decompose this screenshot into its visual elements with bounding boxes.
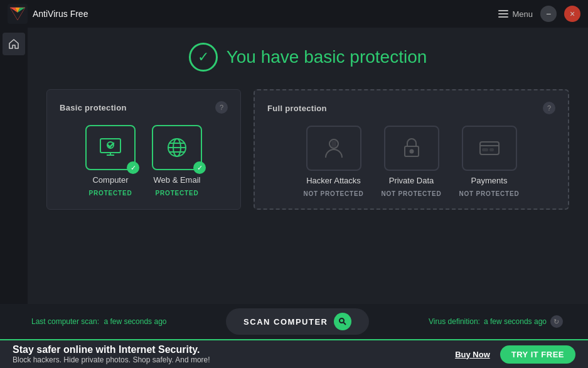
computer-label: Computer <box>92 175 128 185</box>
computer-status: PROTECTED <box>89 190 132 197</box>
promo-text-block: Stay safer online with Internet Security… <box>13 344 210 364</box>
basic-help-icon: ? <box>220 104 223 111</box>
main-content: ✓ You have basic protection Basic protec… <box>28 28 588 318</box>
list-item: ✓ Computer PROTECTED <box>82 125 139 197</box>
payments-icon-box <box>462 126 517 171</box>
hamburger-icon <box>498 10 508 18</box>
bottom-bar: Last computer scan: a few seconds ago SC… <box>0 304 588 339</box>
home-button[interactable] <box>3 33 25 55</box>
minimize-button[interactable]: − <box>540 6 557 22</box>
svg-rect-8 <box>498 16 508 18</box>
full-help-icon: ? <box>547 104 551 112</box>
buy-now-button[interactable]: Buy Now <box>455 350 490 359</box>
svg-rect-19 <box>332 141 336 146</box>
list-item: Payments NOT PROTECTED <box>458 126 521 197</box>
title-bar-left: AntiVirus Free <box>8 4 88 24</box>
sidebar <box>0 28 28 318</box>
promo-title-text: Stay safer online with Internet Security… <box>13 344 200 355</box>
basic-items-row: ✓ Computer PROTECTED <box>60 125 228 197</box>
avg-logo-icon <box>8 4 28 24</box>
title-bar-right: Menu − × <box>498 6 580 22</box>
hacker-icon-box <box>306 126 361 171</box>
computer-icon-box: ✓ <box>85 125 136 170</box>
payments-icon <box>476 135 503 161</box>
web-email-icon <box>164 135 190 160</box>
virus-def-time: a few seconds ago <box>484 317 547 326</box>
svg-rect-25 <box>490 149 493 151</box>
svg-rect-6 <box>498 10 508 11</box>
close-icon: × <box>570 9 575 19</box>
basic-help-button[interactable]: ? <box>215 101 228 114</box>
basic-card-header: Basic protection ? <box>60 101 228 114</box>
private-data-icon <box>398 135 425 161</box>
minimize-icon: − <box>546 9 551 19</box>
web-email-label: Web & Email <box>154 175 201 185</box>
basic-protection-card: Basic protection ? <box>46 89 241 210</box>
virus-def-label: Virus definition: <box>429 317 480 326</box>
payments-label: Payments <box>471 176 508 185</box>
list-item: Private Data NOT PROTECTED <box>380 126 443 197</box>
hacker-status: NOT PROTECTED <box>304 190 364 197</box>
close-button[interactable]: × <box>564 6 580 22</box>
promo-title: Stay safer online with Internet Security… <box>13 344 210 355</box>
full-help-button[interactable]: ? <box>543 102 555 114</box>
list-item: ✓ Web & Email PROTECTED <box>149 125 205 197</box>
web-email-icon-box: ✓ <box>152 125 202 170</box>
svg-line-27 <box>344 323 346 325</box>
promo-bar: Stay safer online with Internet Security… <box>0 339 588 368</box>
scan-computer-button[interactable]: SCAN COMPUTER <box>226 308 369 335</box>
try-free-button[interactable]: TRY IT FREE <box>500 345 575 364</box>
list-item: Hacker Attacks NOT PROTECTED <box>302 126 365 197</box>
computer-check-badge: ✓ <box>127 161 139 174</box>
scan-button-label: SCAN COMPUTER <box>243 317 328 327</box>
web-check-badge: ✓ <box>193 161 206 174</box>
promo-actions: Buy Now TRY IT FREE <box>455 345 575 364</box>
hacker-icon <box>321 135 347 161</box>
svg-rect-7 <box>498 13 508 14</box>
payments-status: NOT PROTECTED <box>459 190 520 197</box>
computer-icon <box>98 135 123 160</box>
svg-point-21 <box>410 150 413 153</box>
svg-rect-22 <box>480 142 499 154</box>
full-card-title: Full protection <box>267 104 327 113</box>
app-title: AntiVirus Free <box>33 9 88 19</box>
last-scan-info: Last computer scan: a few seconds ago <box>31 317 166 326</box>
hacker-label: Hacker Attacks <box>306 176 361 185</box>
svg-rect-24 <box>483 149 488 151</box>
private-data-icon-box <box>384 126 439 171</box>
svg-rect-0 <box>8 4 28 24</box>
home-icon <box>8 38 19 50</box>
scan-search-icon <box>338 317 347 326</box>
private-data-status: NOT PROTECTED <box>382 190 442 197</box>
last-scan-time: a few seconds ago <box>104 317 166 326</box>
web-email-status: PROTECTED <box>156 190 199 197</box>
last-scan-label: Last computer scan: <box>31 317 99 326</box>
check-circle-icon: ✓ <box>189 43 218 72</box>
private-data-label: Private Data <box>389 176 434 185</box>
full-card-header: Full protection ? <box>267 102 555 114</box>
menu-label: Menu <box>512 9 533 19</box>
virus-definition-info: Virus definition: a few seconds ago ↻ <box>429 315 563 328</box>
scan-icon <box>334 313 351 330</box>
title-bar: AntiVirus Free Menu − × <box>0 0 588 28</box>
full-items-row: Hacker Attacks NOT PROTECTED Private Dat… <box>267 126 555 197</box>
hero-section: ✓ You have basic protection <box>189 43 427 72</box>
svg-point-26 <box>339 318 344 323</box>
menu-button[interactable]: Menu <box>498 9 533 19</box>
promo-subtitle: Block hackers. Hide private photos. Shop… <box>13 355 210 364</box>
basic-card-title: Basic protection <box>60 103 127 112</box>
hero-title: You have basic protection <box>227 47 427 67</box>
refresh-icon: ↻ <box>550 315 563 328</box>
cards-row: Basic protection ? <box>46 89 569 210</box>
full-protection-card: Full protection ? Hacker Attacks <box>254 89 569 210</box>
